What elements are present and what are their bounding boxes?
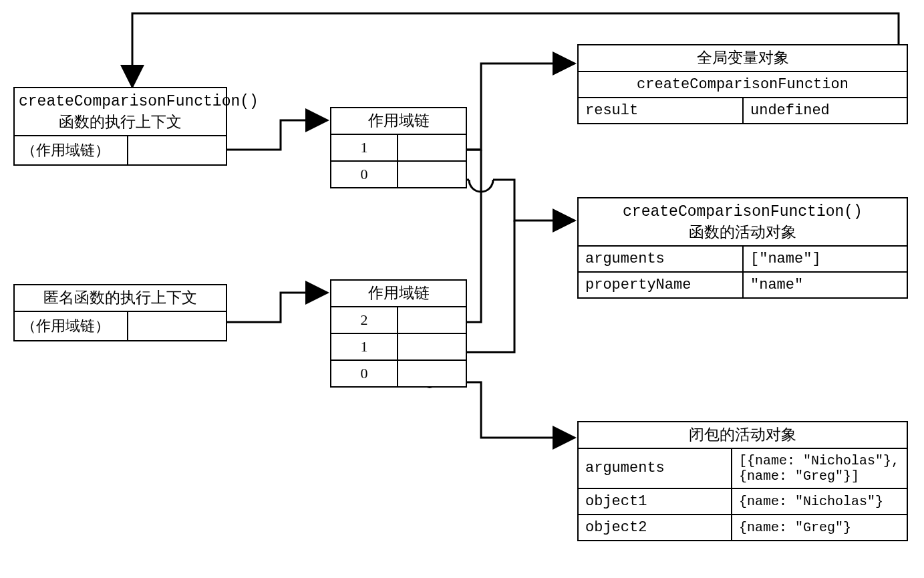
closure-obj1-val: {name: "Nicholas"} <box>732 489 907 514</box>
closure-title: 闭包的活动对象 <box>579 422 907 449</box>
global-title: 全局变量对象 <box>579 45 907 72</box>
ctx1-title-line1: createComparisonFunction() <box>19 93 259 110</box>
closure-activation-object: 闭包的活动对象 arguments [{name: "Nicholas"}, {… <box>577 421 908 541</box>
ctx1-title: createComparisonFunction() 函数的执行上下文 <box>15 88 226 136</box>
act1-prop-key: propertyName <box>579 273 744 297</box>
act1-title-line2: 函数的活动对象 <box>689 224 796 241</box>
global-result-key: result <box>579 98 744 123</box>
ctx1-title-line2: 函数的执行上下文 <box>59 114 182 130</box>
activation-object-ccf: createComparisonFunction() 函数的活动对象 argum… <box>577 197 908 299</box>
chain2-idx-2: 0 <box>331 361 398 386</box>
act1-args-val: ["name"] <box>744 247 907 271</box>
ctx2-scope-ref <box>128 312 226 340</box>
act1-title-line1: createComparisonFunction() <box>623 203 863 221</box>
ctx1-scope-ref <box>128 136 226 164</box>
chain2-ref-2 <box>398 361 466 386</box>
global-result-val: undefined <box>744 98 907 123</box>
closure-obj2-val: {name: "Greg"} <box>732 515 907 540</box>
global-variable-object: 全局变量对象 createComparisonFunction result u… <box>577 44 908 124</box>
scope-chain-2: 作用域链 2 1 0 <box>330 279 467 388</box>
act1-title: createComparisonFunction() 函数的活动对象 <box>579 198 907 247</box>
execution-context-1: createComparisonFunction() 函数的执行上下文 （作用域… <box>13 87 227 166</box>
ctx2-scope-label: （作用域链） <box>15 312 128 340</box>
chain2-idx-1: 1 <box>331 334 398 359</box>
execution-context-2: 匿名函数的执行上下文 （作用域链） <box>13 284 227 341</box>
scope-chain-1: 作用域链 1 0 <box>330 107 467 188</box>
chain1-title: 作用域链 <box>331 108 466 135</box>
chain1-ref-1 <box>398 162 466 187</box>
act1-args-key: arguments <box>579 247 744 271</box>
closure-obj1-key: object1 <box>579 489 732 514</box>
chain1-idx-1: 0 <box>331 162 398 187</box>
closure-args-key: arguments <box>579 449 732 488</box>
global-ccf-key: createComparisonFunction <box>579 72 907 97</box>
act1-prop-val: "name" <box>744 273 907 297</box>
ctx2-title: 匿名函数的执行上下文 <box>15 285 226 312</box>
chain2-idx-0: 2 <box>331 307 398 333</box>
chain1-idx-0: 1 <box>331 135 398 160</box>
chain1-ref-0 <box>398 135 466 160</box>
closure-args-val: [{name: "Nicholas"}, {name: "Greg"}] <box>732 449 907 488</box>
chain2-ref-1 <box>398 334 466 359</box>
ctx1-scope-label: （作用域链） <box>15 136 128 164</box>
chain2-ref-0 <box>398 307 466 333</box>
chain2-title: 作用域链 <box>331 281 466 307</box>
closure-obj2-key: object2 <box>579 515 732 540</box>
